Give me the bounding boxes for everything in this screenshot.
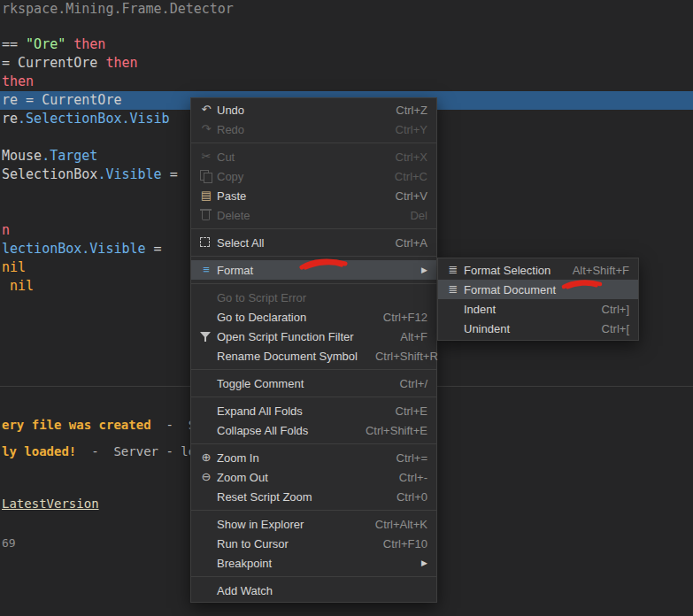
menu-item-icon-blank [196, 346, 217, 366]
code-token: == [2, 36, 26, 52]
menu-item-format-selection[interactable]: ≣Format SelectionAlt+Shift+F [438, 260, 638, 280]
menu-item-label: Go to Script Error [217, 291, 306, 304]
redo-icon: ↷ [196, 119, 217, 139]
menu-item-label: Redo [217, 123, 244, 136]
menu-item-breakpoint[interactable]: Breakpoint▶ [191, 553, 436, 573]
menu-item-indent[interactable]: IndentCtrl+] [438, 299, 638, 319]
menu-item-label: Delete [217, 209, 250, 222]
menu-item-open-script-function-filter[interactable]: Open Script Function FilterAlt+F [191, 327, 436, 346]
menu-item-label: Rename Document Symbol [217, 350, 358, 363]
menu-item-shortcut: Ctrl+Shift+R [358, 350, 438, 363]
menu-item-paste[interactable]: ▤PasteCtrl+V [191, 186, 436, 205]
delete-icon [196, 205, 217, 225]
menu-item-shortcut: Ctrl+Shift+E [348, 424, 427, 437]
menu-item-shortcut: Ctrl+Y [378, 123, 427, 136]
menu-item-shortcut: Ctrl+/ [382, 377, 427, 390]
format-icon: ≡ [196, 260, 217, 280]
script-path-label: rkspace.Mining.Frame.Detector [2, 1, 234, 17]
menu-item-label: Format Document [464, 283, 556, 296]
menu-item-shortcut: Alt+Shift+F [555, 264, 629, 277]
code-token: re [2, 111, 18, 127]
menu-item-label: Go to Declaration [217, 311, 306, 324]
format-document-icon: ≣ [443, 280, 464, 299]
menu-item-collapse-all-folds[interactable]: Collapse All FoldsCtrl+Shift+E [191, 420, 436, 440]
code-token: = [146, 241, 170, 257]
menu-item-label: Zoom In [217, 451, 259, 465]
menu-item-run-to-cursor[interactable]: Run to CursorCtrl+F10 [191, 534, 436, 553]
menu-separator [191, 576, 436, 577]
output-line: ly loaded! - Server - lea [2, 444, 204, 458]
menu-item-delete: DeleteDel [191, 205, 436, 225]
output-link[interactable]: LatestVersion [2, 497, 99, 511]
code-token: .SelectionBox.Visib [18, 111, 170, 127]
menu-item-format-document[interactable]: ≣Format Document [438, 280, 638, 299]
menu-item-zoom-in[interactable]: ⊕Zoom InCtrl+= [191, 448, 436, 467]
menu-item-label: Expand All Folds [217, 404, 303, 418]
output-line: ery file was created - St [2, 418, 204, 432]
menu-item-shortcut: Ctrl+[ [584, 322, 629, 335]
menu-item-label: Open Script Function Filter [217, 330, 354, 343]
menu-item-select-all[interactable]: Select AllCtrl+A [191, 233, 436, 252]
menu-item-label: Show in Explorer [217, 518, 304, 531]
menu-separator [191, 228, 436, 229]
menu-item-label: Format Selection [464, 264, 551, 277]
code-token: then [105, 55, 137, 71]
menu-item-label: Cut [217, 150, 235, 164]
menu-item-zoom-out[interactable]: ⊖Zoom OutCtrl+- [191, 467, 436, 487]
context-menu: ↶UndoCtrl+Z↷RedoCtrl+Y✂CutCtrl+XCopyCtrl… [190, 97, 437, 603]
menu-item-shortcut: Alt+F [382, 330, 427, 343]
menu-item-shortcut: Ctrl+- [381, 471, 427, 484]
menu-item-icon-blank [443, 299, 464, 319]
menu-item-shortcut: Ctrl+E [378, 404, 427, 418]
menu-item-icon-blank [196, 534, 217, 553]
code-token: = CurrentOre [2, 55, 105, 71]
menu-item-icon-blank [443, 319, 464, 338]
code-token: re = CurrentOre [2, 92, 121, 108]
submenu-arrow-icon: ▶ [421, 558, 427, 567]
menu-separator [191, 443, 436, 444]
menu-item-expand-all-folds[interactable]: Expand All FoldsCtrl+E [191, 401, 436, 420]
menu-item-shortcut: Ctrl+X [378, 150, 427, 164]
code-token: nil [2, 278, 34, 294]
menu-item-icon-blank [196, 373, 217, 393]
menu-item-label: Paste [217, 189, 246, 203]
code-line: = CurrentOre then [0, 54, 693, 73]
menu-item-icon-blank [196, 401, 217, 420]
menu-item-label: Reset Script Zoom [217, 490, 312, 504]
menu-item-reset-script-zoom[interactable]: Reset Script ZoomCtrl+0 [191, 487, 436, 506]
menu-item-go-to-declaration[interactable]: Go to DeclarationCtrl+F12 [191, 307, 436, 327]
menu-item-cut: ✂CutCtrl+X [191, 147, 436, 166]
menu-item-rename-document-symbol[interactable]: Rename Document SymbolCtrl+Shift+R [191, 346, 436, 366]
format-selection-icon: ≣ [443, 260, 464, 280]
menu-item-icon-blank [196, 288, 217, 307]
menu-item-label: Collapse All Folds [217, 424, 308, 437]
menu-item-shortcut: Ctrl+C [377, 170, 427, 183]
code-token: "Ore" [26, 36, 65, 52]
code-token: .Target [42, 148, 97, 164]
code-token: nil [2, 259, 26, 275]
code-token: Mouse [2, 148, 42, 164]
menu-item-label: Undo [217, 104, 244, 117]
code-token: then [2, 73, 34, 89]
menu-item-unindent[interactable]: UnindentCtrl+[ [438, 319, 638, 338]
submenu-arrow-icon: ▶ [421, 266, 427, 274]
menu-item-show-in-explorer[interactable]: Show in ExplorerCtrl+Alt+K [191, 514, 436, 534]
menu-item-label: Select All [217, 236, 264, 250]
menu-item-shortcut: Ctrl+F10 [366, 537, 427, 551]
zoom-out-icon: ⊖ [196, 467, 217, 487]
menu-item-undo[interactable]: ↶UndoCtrl+Z [191, 100, 436, 119]
menu-item-icon-blank [196, 487, 217, 506]
menu-item-toggle-comment[interactable]: Toggle CommentCtrl+/ [191, 373, 436, 393]
menu-item-format[interactable]: ≡Format▶ [191, 260, 436, 280]
menu-item-icon-blank [196, 581, 217, 600]
output-text: ly loaded! [2, 444, 76, 458]
output-text: ery file was created [2, 418, 151, 432]
menu-item-add-watch[interactable]: Add Watch [191, 581, 436, 600]
code-line: == "Ore" then [0, 35, 693, 54]
paste-icon: ▤ [196, 186, 217, 205]
menu-item-label: Breakpoint [217, 557, 272, 570]
select-all-icon [196, 233, 217, 252]
menu-separator [191, 256, 436, 257]
menu-item-label: Unindent [464, 322, 510, 335]
menu-item-shortcut: Ctrl+A [378, 236, 427, 250]
